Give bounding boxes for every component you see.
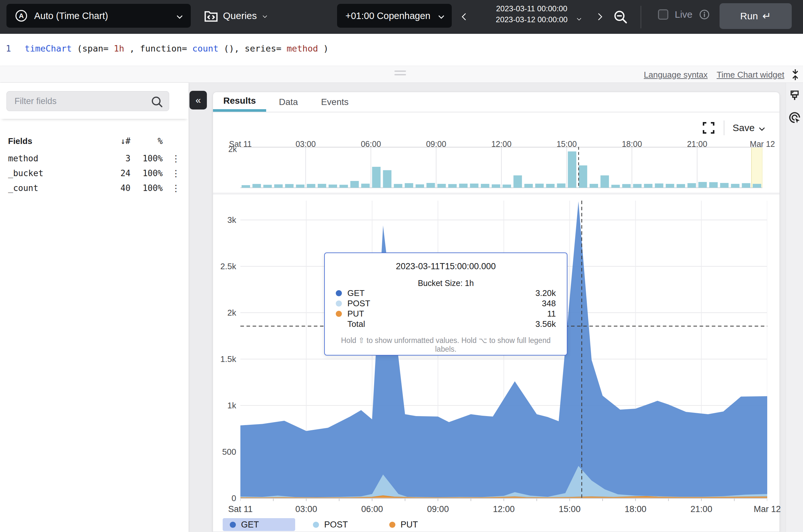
- series-value: 3.56k: [535, 319, 556, 329]
- timezone-dropdown[interactable]: +01:00 Copenhagen: [337, 4, 452, 28]
- field-percent: 100%: [131, 183, 163, 193]
- run-label: Run: [740, 11, 758, 22]
- fields-sidebar: Fields ↓# % method 3 100% ⋮ _bucket 24 1…: [0, 83, 188, 532]
- field-percent: 100%: [131, 168, 163, 178]
- event-distribution-chart[interactable]: [240, 147, 762, 189]
- field-row[interactable]: method 3 100% ⋮: [8, 151, 181, 166]
- chevron-down-icon: [176, 13, 182, 19]
- collapse-sidebar-button[interactable]: «: [189, 91, 207, 110]
- series-dot-put: [336, 311, 342, 317]
- series-value: 348: [542, 299, 556, 308]
- timezone-label: +01:00 Copenhagen: [346, 11, 430, 21]
- view-mode-label: Auto (Time Chart): [34, 11, 108, 21]
- content-area: Fields ↓# % method 3 100% ⋮ _bucket 24 1…: [0, 83, 803, 532]
- fullscreen-icon[interactable]: [702, 121, 715, 135]
- series-name: POST: [347, 299, 370, 308]
- legend-item-get[interactable]: GET: [223, 518, 295, 531]
- tooltip-row: GET 3.20k: [336, 288, 556, 298]
- series-name: PUT: [347, 309, 364, 319]
- field-percent: 100%: [131, 154, 163, 163]
- code-token: (), series=: [224, 43, 281, 54]
- tab-events[interactable]: Events: [311, 92, 359, 112]
- field-name: _bucket: [8, 168, 93, 178]
- fields-header-label: Fields: [8, 136, 93, 146]
- kebab-menu-icon[interactable]: ⋮: [163, 156, 181, 161]
- time-forward-button[interactable]: [592, 10, 605, 24]
- collapse-vertical-icon[interactable]: [789, 69, 801, 81]
- folder-code-icon: [204, 8, 219, 23]
- time-back-button[interactable]: [459, 10, 472, 24]
- info-icon[interactable]: [699, 9, 710, 20]
- field-row[interactable]: _count 40 100% ⋮: [8, 180, 181, 195]
- legend-label: POST: [324, 520, 348, 530]
- live-toggle-group: Live: [658, 9, 710, 20]
- tooltip-row: POST 348: [336, 299, 556, 308]
- click-target-icon[interactable]: [788, 111, 801, 124]
- language-syntax-link[interactable]: Language syntax: [644, 70, 708, 80]
- field-count: 40: [93, 183, 131, 193]
- double-chevron-left-icon: «: [195, 95, 201, 106]
- legend-item-put[interactable]: PUT: [382, 518, 430, 531]
- filter-row: [0, 83, 188, 119]
- query-page: A Auto (Time Chart) Queries +01:00 Copen…: [0, 0, 803, 532]
- queries-label: Queries: [223, 10, 257, 21]
- kebab-menu-icon[interactable]: ⋮: [163, 186, 181, 191]
- divider: [724, 120, 724, 135]
- resize-handle[interactable]: [394, 71, 406, 78]
- return-key-icon: ↵: [762, 10, 771, 22]
- query-editor[interactable]: 1 timeChart (span= 1h , function= count …: [0, 34, 803, 66]
- code-token: , function=: [130, 43, 187, 54]
- percent-header[interactable]: %: [131, 136, 163, 146]
- view-mode-dropdown[interactable]: A Auto (Time Chart): [6, 4, 191, 28]
- chart-tooltip: 2023-03-11T15:00:00.000 Bucket Size: 1h …: [324, 252, 567, 356]
- live-label: Live: [675, 9, 692, 20]
- filter-fields-input[interactable]: [6, 91, 169, 111]
- chevron-down-icon: [263, 14, 267, 18]
- section-divider: [213, 193, 780, 194]
- code-token: 1h: [114, 43, 124, 54]
- spacer: [336, 321, 342, 327]
- time-range-end: 2023-03-12 00:00:00: [483, 14, 580, 25]
- series-value: 11: [547, 309, 556, 319]
- toolbar-divider: [640, 6, 641, 28]
- field-count: 3: [93, 154, 131, 163]
- field-name: method: [8, 154, 93, 163]
- legend-dot-post: [313, 522, 319, 528]
- tooltip-row: PUT 11: [336, 309, 556, 319]
- count-header[interactable]: ↓#: [93, 136, 131, 146]
- right-toolbar-rail: [786, 83, 803, 532]
- save-label: Save: [733, 122, 755, 133]
- style-brush-icon[interactable]: [788, 89, 801, 103]
- chevron-down-icon: [438, 13, 444, 19]
- tooltip-bucket-size: Bucket Size: 1h: [336, 279, 556, 288]
- fields-table: Fields ↓# % method 3 100% ⋮ _bucket 24 1…: [0, 119, 188, 195]
- line-number: 1: [6, 43, 11, 54]
- chart-legend: GET POST PUT: [213, 518, 780, 531]
- live-checkbox[interactable]: [658, 10, 668, 20]
- series-name: GET: [347, 288, 365, 298]
- queries-dropdown[interactable]: Queries: [204, 4, 266, 28]
- series-name: Total: [347, 319, 365, 329]
- code-token: ): [323, 43, 328, 54]
- kebab-menu-icon[interactable]: ⋮: [163, 171, 181, 176]
- results-panel: Results Data Events Save 2k Sat 1103:000…: [213, 92, 780, 532]
- top-toolbar: A Auto (Time Chart) Queries +01:00 Copen…: [0, 0, 803, 34]
- legend-item-post[interactable]: POST: [306, 518, 357, 531]
- time-range-picker[interactable]: 2023-03-11 00:00:00 2023-03-12 00:00:00: [483, 3, 580, 25]
- run-button[interactable]: Run ↵: [720, 3, 792, 29]
- tab-data[interactable]: Data: [266, 92, 311, 112]
- code-token: method: [286, 43, 318, 54]
- tab-results[interactable]: Results: [213, 92, 266, 112]
- save-dropdown[interactable]: Save: [733, 122, 764, 133]
- legend-dot-put: [389, 522, 395, 528]
- zoom-out-icon[interactable]: [614, 10, 628, 24]
- code-token: (span=: [77, 43, 109, 54]
- auto-mode-icon: A: [16, 10, 27, 22]
- widget-docs-link[interactable]: Time Chart widget: [717, 70, 784, 80]
- field-count: 24: [93, 168, 131, 178]
- tooltip-hint: Hold ⇧ to show unformatted values. Hold …: [336, 336, 556, 354]
- chevron-down-icon: [759, 125, 765, 131]
- field-row[interactable]: _bucket 24 100% ⋮: [8, 166, 181, 180]
- results-tabs: Results Data Events: [213, 92, 780, 112]
- editor-footer-strip: Language syntax Time Chart widget: [0, 66, 803, 83]
